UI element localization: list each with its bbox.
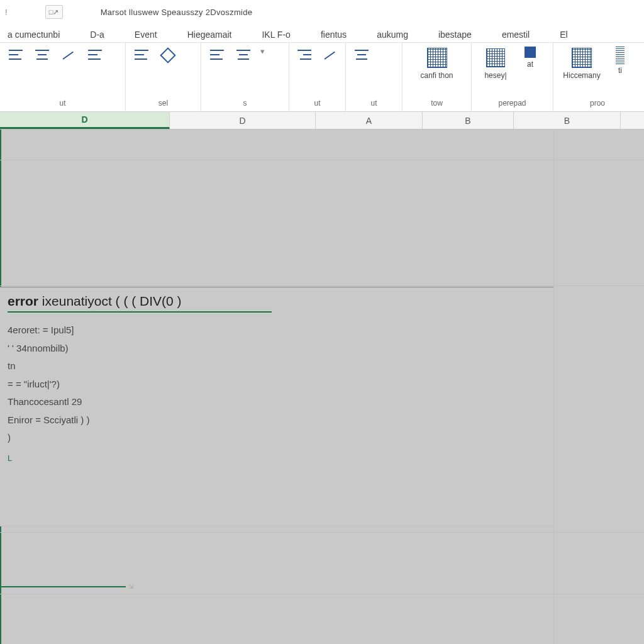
ribbon-group-label: tow xyxy=(409,99,465,110)
qat-button[interactable]: □↗ xyxy=(45,5,63,19)
ribbon: ut sel ▾ s ut ut canfi th xyxy=(0,43,644,112)
document-title: Marsot lluswew Speausszy 2Dvoszmide xyxy=(101,8,253,17)
ribbon-tab-strip: a cumectunbi D-a Event Hiegeamait IKL F-… xyxy=(0,24,644,43)
row-divider xyxy=(0,160,644,160)
ribbon-tab[interactable]: D-a xyxy=(86,27,108,42)
ribbon-group-label: ut xyxy=(296,99,339,110)
error-keyword: error xyxy=(8,294,42,308)
ribbon-tab[interactable]: IKL F-o xyxy=(258,27,294,42)
cell-styles-button[interactable]: Hiccemany xyxy=(560,47,604,80)
ribbon-group-label: perepad xyxy=(478,99,547,110)
error-line: ' ' 34nnombilb) xyxy=(8,340,546,358)
title-bar: ! □↗ Marsot lluswew Speausszy 2Dvoszmide xyxy=(0,0,644,24)
column-divider xyxy=(553,130,554,644)
ribbon-group-format: hesey| at perepad xyxy=(472,43,553,111)
ribbon-tab[interactable]: ibestape xyxy=(435,27,475,42)
ribbon-tab[interactable]: fientus xyxy=(317,27,350,42)
ribbon-group-label: proo xyxy=(560,99,635,110)
align-icon[interactable] xyxy=(132,47,151,63)
selection-edge xyxy=(0,586,126,587)
format-table-button[interactable]: hesey| xyxy=(478,47,513,80)
error-body: 4eroret: = Ipul5] ' ' 34nnombilb) tn = =… xyxy=(8,321,546,447)
ribbon-tab[interactable]: aukumg xyxy=(373,27,412,42)
column-header[interactable]: B xyxy=(514,112,621,129)
align-icon[interactable] xyxy=(352,47,371,63)
button-label: Hiccemany xyxy=(563,71,600,80)
error-line: tn xyxy=(8,357,546,375)
ribbon-tab[interactable]: emestil xyxy=(498,27,533,42)
error-line: Thancocesantl 29 xyxy=(8,393,546,411)
diagonal-icon[interactable] xyxy=(321,47,340,63)
button-label: canfi thon xyxy=(420,71,453,80)
align-left-icon[interactable] xyxy=(6,47,25,63)
align-right-icon[interactable] xyxy=(296,47,314,63)
conditional-formatting-button[interactable]: canfi thon xyxy=(418,47,457,80)
align-center-icon[interactable] xyxy=(234,47,253,63)
error-line: 4eroret: = Ipul5] xyxy=(8,321,546,340)
ribbon-tab[interactable]: Hiegeamait xyxy=(184,27,236,42)
button-label: hesey| xyxy=(484,71,506,80)
formula-error-panel: error ixeunatiyoct ( ( ( DIV(0 ) 4eroret… xyxy=(0,287,553,526)
ribbon-tab[interactable]: El xyxy=(556,27,571,42)
ribbon-group-label: ut xyxy=(6,99,119,110)
ribbon-group-3: ▾ s xyxy=(201,43,289,111)
ribbon-group-alignment-1: ut xyxy=(0,43,126,111)
ribbon-group-conditional: canfi thon tow xyxy=(402,43,472,111)
column-header[interactable]: D xyxy=(170,112,316,129)
error-expression: ixeunatiyoct ( ( ( DIV(0 ) xyxy=(42,294,182,308)
quick-access-toolbar: □↗ xyxy=(45,5,63,19)
resize-handle-icon[interactable]: ⇲ xyxy=(128,583,133,590)
ribbon-tab[interactable]: a cumectunbi xyxy=(4,27,64,42)
error-line: ) xyxy=(8,429,546,447)
cursor-indicator: L xyxy=(8,453,546,463)
title-underline xyxy=(8,311,272,313)
align-center-icon[interactable] xyxy=(33,47,52,63)
button-label: at xyxy=(527,60,533,69)
ribbon-group-label: s xyxy=(208,99,282,110)
align-justify-icon[interactable] xyxy=(86,47,104,63)
ribbon-tab[interactable]: Event xyxy=(131,27,161,42)
column-header[interactable]: A xyxy=(316,112,423,129)
align-left-icon[interactable] xyxy=(208,47,226,63)
error-line: Eniror = Scciyatli ) ) xyxy=(8,411,546,430)
error-title: error ixeunatiyoct ( ( ( DIV(0 ) xyxy=(8,294,546,309)
column-header-row: D D A B B xyxy=(0,112,644,130)
small-button[interactable]: at xyxy=(521,47,540,69)
error-line: = = "irluct|'?) xyxy=(8,375,546,394)
ribbon-group-label: ut xyxy=(352,99,396,110)
button-label: ti xyxy=(618,66,622,75)
ribbon-group-4: ut xyxy=(289,43,346,111)
small-button[interactable]: ti xyxy=(611,47,629,75)
diagonal-icon[interactable] xyxy=(59,47,78,63)
ribbon-group-cells: Hiccemany ti proo xyxy=(553,43,641,111)
column-header[interactable]: B xyxy=(423,112,514,129)
ribbon-group-5: ut xyxy=(346,43,402,111)
row-divider xyxy=(0,286,644,286)
fill-icon[interactable] xyxy=(158,47,177,63)
column-header[interactable]: D xyxy=(0,112,170,129)
ribbon-group-label: sel xyxy=(132,99,194,110)
row-divider xyxy=(0,594,644,594)
spreadsheet-grid[interactable]: error ixeunatiyoct ( ( ( DIV(0 ) 4eroret… xyxy=(0,130,644,644)
ribbon-group-2: sel xyxy=(126,43,201,111)
row-divider xyxy=(0,532,644,533)
